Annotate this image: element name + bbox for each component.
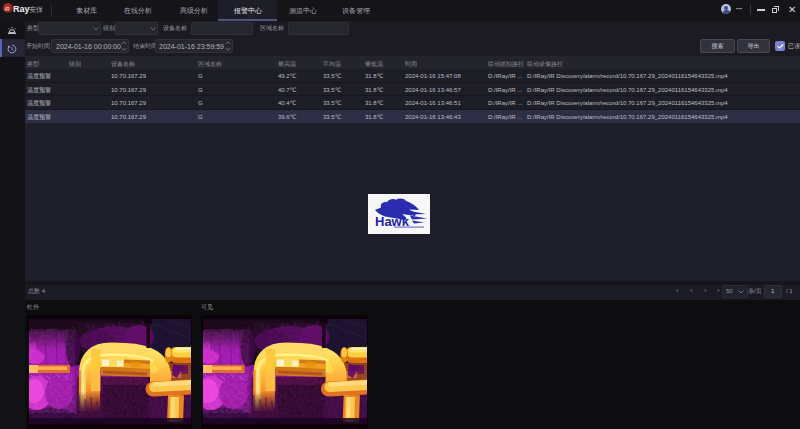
svg-text:Hawk: Hawk [375,214,410,229]
